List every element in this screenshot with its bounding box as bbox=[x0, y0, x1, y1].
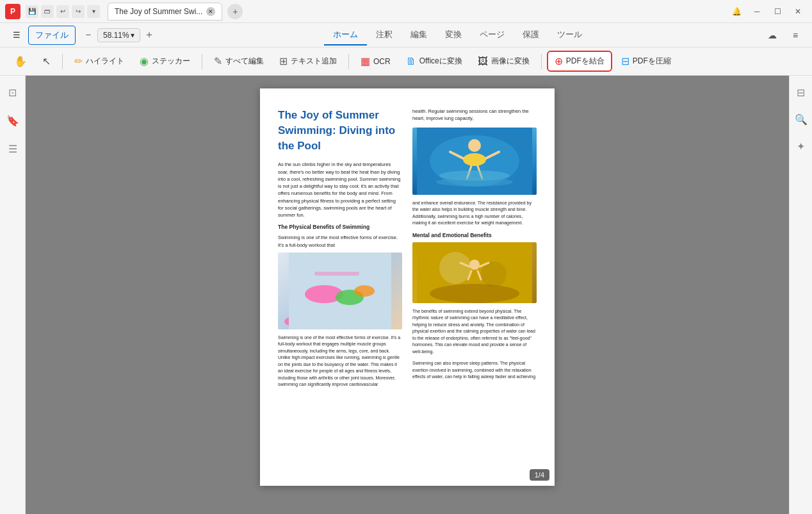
pdf-compress-label: PDFを圧縮 bbox=[633, 56, 671, 67]
tab-edit[interactable]: 編集 bbox=[402, 25, 436, 46]
sticker-tool-button[interactable]: ◉ ステッカー bbox=[133, 52, 197, 70]
ocr-button[interactable]: ▦ OCR bbox=[354, 52, 397, 70]
main-content: ⊡ 🔖 ☰ The Joy of Summer Swimming: Diving… bbox=[0, 76, 812, 514]
toolbar: ✋ ↖ ✏ ハイライト ◉ ステッカー ✎ すべて編集 ⊞ テキスト追加 ▦ O… bbox=[0, 47, 812, 76]
zoom-display[interactable]: 58.11% ▾ bbox=[97, 28, 140, 42]
sticker-icon: ◉ bbox=[140, 55, 149, 67]
pdf-right-mid-text: and enhance overall endurance. The resis… bbox=[412, 200, 537, 227]
add-text-button[interactable]: ⊞ テキスト追加 bbox=[273, 52, 343, 70]
pdf-article-title: The Joy of Summer Swimming: Diving into … bbox=[278, 108, 402, 153]
comment-panel-icon[interactable]: ☰ bbox=[4, 140, 22, 158]
to-image-icon: 🖼 bbox=[478, 56, 488, 67]
tab-home[interactable]: ホーム bbox=[324, 25, 367, 46]
pdf-merge-button[interactable]: ⊕ PDFを結合 bbox=[547, 51, 612, 72]
add-tab-button[interactable]: + bbox=[227, 4, 243, 19]
dropdown-button[interactable]: ▾ bbox=[87, 5, 100, 18]
tab-convert[interactable]: 変換 bbox=[436, 25, 471, 46]
highlight-tool-button[interactable]: ✏ ハイライト bbox=[68, 52, 131, 70]
save-button[interactable]: 💾 bbox=[26, 5, 38, 18]
title-bar: P 💾 🗃 ↩ ↪ ▾ The Joy of Summer Swi... ✕ +… bbox=[0, 0, 812, 23]
tab-tools[interactable]: ツール bbox=[548, 25, 591, 46]
separator-1 bbox=[62, 54, 63, 69]
ocr-icon: ▦ bbox=[361, 55, 370, 67]
nav-tabs: ホーム 注釈 編集 変換 ページ 保護 ツール bbox=[324, 25, 591, 46]
bookmark-panel-icon[interactable]: 🔖 bbox=[4, 112, 22, 129]
pdf-right-column: health. Regular swimming sessions can st… bbox=[412, 108, 537, 394]
left-sidebar: ⊡ 🔖 ☰ bbox=[0, 76, 26, 514]
window-buttons: 🔔 ─ ☐ ✕ bbox=[727, 3, 807, 21]
pdf-page: The Joy of Summer Swimming: Diving into … bbox=[260, 88, 555, 486]
pdf-section2-text2: Swimming can also improve sleep patterns… bbox=[412, 360, 537, 381]
thumbnail-panel-icon[interactable]: ⊡ bbox=[4, 83, 22, 101]
zoom-value: 58.11% bbox=[103, 31, 129, 40]
close-window-button[interactable]: ✕ bbox=[789, 3, 807, 21]
tab-annotation[interactable]: 注釈 bbox=[367, 25, 402, 46]
svg-point-18 bbox=[430, 284, 519, 303]
pdf-compress-button[interactable]: ⊟ PDFを圧縮 bbox=[615, 52, 678, 70]
pdf-section2-title: Mental and Emotional Benefits bbox=[412, 232, 537, 238]
edit-all-label: すべて編集 bbox=[225, 56, 264, 67]
pdf-compress-icon: ⊟ bbox=[621, 55, 629, 67]
close-tab-button[interactable]: ✕ bbox=[206, 7, 215, 16]
hamburger-icon: ☰ bbox=[13, 30, 20, 40]
tab-title: The Joy of Summer Swi... bbox=[115, 7, 202, 16]
sticker-label: ステッカー bbox=[152, 56, 190, 67]
zoom-out-button[interactable]: － bbox=[81, 28, 96, 43]
add-text-label: テキスト追加 bbox=[291, 56, 337, 67]
app-icon: P bbox=[5, 4, 20, 19]
separator-4 bbox=[541, 54, 542, 69]
select-tool-button[interactable]: ↖ bbox=[36, 52, 57, 70]
cloud-icon-button[interactable]: ☁ bbox=[763, 26, 781, 44]
select-icon: ↖ bbox=[42, 55, 51, 67]
add-text-icon: ⊞ bbox=[279, 55, 288, 67]
zoom-in-button[interactable]: ＋ bbox=[142, 28, 157, 43]
pdf-view-area[interactable]: The Joy of Summer Swimming: Diving into … bbox=[26, 76, 789, 514]
svg-point-8 bbox=[463, 153, 486, 166]
svg-rect-4 bbox=[314, 272, 359, 276]
hamburger-menu[interactable]: ☰ bbox=[8, 28, 26, 42]
redo-button[interactable]: ↪ bbox=[72, 5, 85, 18]
pdf-pool-floats-image bbox=[278, 253, 402, 329]
separator-3 bbox=[348, 54, 349, 69]
ocr-label: OCR bbox=[373, 57, 391, 66]
to-office-icon: 🗎 bbox=[406, 56, 416, 67]
to-image-button[interactable]: 🖼 画像に変換 bbox=[471, 53, 536, 70]
pdf-section1-title: The Physical Benefits of Swimming bbox=[278, 224, 402, 230]
page-indicator: 1/4 bbox=[530, 469, 549, 481]
menu-right-icons: ☁ ≡ bbox=[763, 26, 804, 44]
edit-all-icon: ✎ bbox=[214, 55, 222, 67]
svg-point-16 bbox=[439, 252, 471, 284]
menu-bar: ☰ ファイル － 58.11% ▾ ＋ ホーム 注釈 編集 変換 ページ 保護 … bbox=[0, 23, 812, 47]
to-image-label: 画像に変換 bbox=[491, 56, 530, 67]
pdf-mental-image bbox=[412, 242, 537, 303]
current-tab[interactable]: The Joy of Summer Swi... ✕ bbox=[108, 3, 222, 21]
pdf-merge-label: PDFを結合 bbox=[566, 56, 605, 67]
pdf-section1-text-after-img: Swimming is one of the most effective fo… bbox=[278, 335, 402, 388]
tab-page[interactable]: ページ bbox=[471, 25, 514, 46]
ai-icon[interactable]: ✦ bbox=[792, 137, 810, 155]
search-icon[interactable]: 🔍 bbox=[792, 110, 810, 128]
highlight-label: ハイライト bbox=[86, 56, 124, 67]
more-menu-button[interactable]: ≡ bbox=[786, 26, 804, 44]
pdf-content: The Joy of Summer Swimming: Diving into … bbox=[278, 108, 537, 394]
tab-protect[interactable]: 保護 bbox=[514, 25, 548, 46]
hand-tool-button[interactable]: ✋ bbox=[8, 52, 33, 70]
pdf-section1-text-before-img: Swimming is one of the most effective fo… bbox=[278, 234, 402, 249]
right-panel-icon[interactable]: ⊟ bbox=[792, 83, 810, 101]
pdf-right-top-text: health. Regular swimming sessions can st… bbox=[412, 108, 537, 122]
file-menu-item[interactable]: ファイル bbox=[28, 26, 76, 45]
notification-button[interactable]: 🔔 bbox=[727, 3, 745, 21]
edit-all-button[interactable]: ✎ すべて編集 bbox=[207, 52, 270, 70]
hand-icon: ✋ bbox=[14, 55, 27, 67]
maximize-button[interactable]: ☐ bbox=[768, 3, 786, 21]
pdf-intro-text: As the sun climbs higher in the sky and … bbox=[278, 161, 402, 219]
minimize-button[interactable]: ─ bbox=[748, 3, 766, 21]
separator-2 bbox=[202, 54, 202, 69]
undo-button[interactable]: ↩ bbox=[56, 5, 69, 18]
svg-point-7 bbox=[468, 139, 481, 152]
svg-point-3 bbox=[354, 285, 375, 297]
svg-point-14 bbox=[436, 178, 513, 187]
pdf-section2-text: The benefits of swimming extend beyond p… bbox=[412, 308, 537, 356]
to-office-button[interactable]: 🗎 Officeに変換 bbox=[400, 53, 469, 70]
save-as-button[interactable]: 🗃 bbox=[41, 5, 54, 18]
